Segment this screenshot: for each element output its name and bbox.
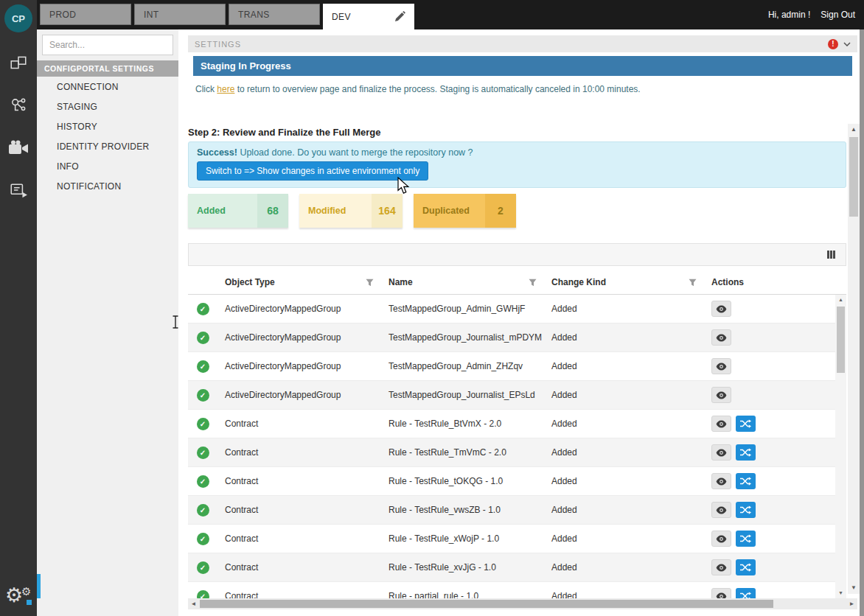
merge-success-alert: Success! Upload done. Do you want to mer…	[188, 141, 846, 188]
name-cell: Rule - TestRule_tOKQG - 1.0	[381, 476, 544, 486]
object-type-cell: ActiveDirectoryMappedGroup	[217, 304, 381, 314]
switch-view-button[interactable]: Switch to => Show changes in active envi…	[197, 161, 428, 181]
note-suffix: to return to overview page and finalize …	[234, 84, 640, 94]
success-check-icon	[197, 332, 209, 344]
actions-cell	[704, 502, 835, 518]
tab-dev[interactable]: DEV	[323, 4, 414, 29]
scrollbar-thumb[interactable]	[837, 307, 845, 373]
card-label: Modified	[299, 194, 372, 228]
view-button[interactable]	[711, 416, 731, 432]
compare-button[interactable]	[736, 416, 756, 432]
settings-gears-icon[interactable]	[5, 587, 33, 610]
table-row: Contract Rule - TestRule_tOKQG - 1.0 Add…	[188, 467, 835, 496]
scroll-right-arrow[interactable]	[846, 598, 857, 609]
card-label: Added	[188, 194, 257, 228]
sidebar-item-identity-provider[interactable]: IDENTITY PROVIDER	[37, 136, 178, 156]
filter-funnel-icon[interactable]	[529, 279, 537, 287]
name-cell: Rule - TestRule_xvJjG - 1.0	[381, 562, 544, 573]
row-status-cell	[188, 533, 217, 545]
main-vertical-scrollbar[interactable]	[848, 124, 860, 594]
eye-icon	[716, 449, 727, 457]
view-button[interactable]	[711, 502, 731, 518]
view-button[interactable]	[711, 473, 731, 489]
name-cell: Rule - TestRule_vwsZB - 1.0	[381, 505, 544, 515]
here-link[interactable]: here	[217, 84, 234, 94]
view-button[interactable]	[711, 301, 731, 317]
sidebar-item-connection[interactable]: CONNECTION	[37, 77, 178, 97]
scroll-down-arrow[interactable]	[848, 582, 860, 594]
card-value: 68	[257, 194, 288, 228]
scroll-up-arrow[interactable]	[848, 124, 860, 136]
chevron-down-icon[interactable]	[843, 42, 851, 46]
view-button[interactable]	[711, 444, 731, 461]
success-check-icon	[197, 303, 209, 315]
change-kind-cell: Added	[544, 505, 704, 515]
sidebar-item-staging[interactable]: STAGING	[37, 97, 178, 116]
view-button[interactable]	[711, 387, 731, 403]
eye-icon	[716, 535, 727, 543]
tab-trans[interactable]: TRANS	[229, 4, 320, 25]
scroll-left-arrow[interactable]	[188, 598, 199, 609]
search-input[interactable]	[42, 35, 173, 55]
view-button[interactable]	[711, 588, 731, 598]
change-kind-cell: Added	[544, 591, 704, 598]
tab-prod[interactable]: PROD	[40, 4, 131, 25]
sidebar-item-history[interactable]: HISTORY	[37, 116, 178, 136]
eye-icon	[716, 420, 727, 428]
column-chooser-icon[interactable]	[826, 250, 836, 259]
workflow-icon[interactable]	[7, 94, 29, 116]
scrollbar-thumb[interactable]	[849, 137, 858, 217]
summary-card-duplicated[interactable]: Duplicated 2	[414, 194, 516, 228]
filter-funnel-icon[interactable]	[366, 279, 374, 287]
view-button[interactable]	[711, 358, 731, 374]
app-logo[interactable]: CP	[4, 4, 32, 32]
compare-button[interactable]	[736, 531, 756, 547]
success-check-icon	[197, 590, 209, 599]
compare-icon	[740, 505, 751, 514]
app-sidebar: CP	[0, 0, 37, 616]
publish-icon[interactable]	[7, 180, 29, 202]
table-vertical-scrollbar[interactable]	[835, 295, 846, 598]
success-check-icon	[197, 418, 209, 430]
modules-icon[interactable]	[7, 52, 29, 74]
staging-banner: Staging In Progress	[193, 56, 852, 76]
sidebar-item-info[interactable]: INFO	[37, 156, 178, 176]
header-name[interactable]: Name	[381, 277, 544, 287]
scrollbar-thumb[interactable]	[200, 600, 773, 608]
filter-funnel-icon[interactable]	[689, 279, 697, 287]
name-cell: TestMappedGroup_Journalist_mPDYM	[381, 332, 544, 343]
row-status-cell	[188, 418, 217, 430]
compare-button[interactable]	[736, 444, 756, 461]
summary-card-added[interactable]: Added 68	[188, 194, 288, 228]
tab-int[interactable]: INT	[134, 4, 226, 25]
card-value: 164	[372, 194, 403, 228]
horizontal-scrollbar[interactable]	[188, 598, 857, 609]
header-change-kind[interactable]: Change Kind	[544, 277, 704, 287]
name-cell: TestMappedGroup_Admin_GWHjF	[381, 304, 544, 314]
change-kind-cell: Added	[544, 476, 704, 486]
compare-button[interactable]	[736, 559, 756, 575]
compare-button[interactable]	[736, 473, 756, 489]
compare-button[interactable]	[736, 588, 756, 598]
change-kind-cell: Added	[544, 332, 704, 343]
change-kind-cell: Added	[544, 447, 704, 458]
view-button[interactable]	[711, 531, 731, 547]
sign-out-link[interactable]: Sign Out	[821, 10, 855, 20]
view-button[interactable]	[711, 329, 731, 346]
success-check-icon	[197, 360, 209, 373]
sidebar-item-notification[interactable]: NOTIFICATION	[37, 176, 178, 196]
summary-card-modified[interactable]: Modified 164	[299, 194, 403, 228]
scroll-up-arrow[interactable]	[835, 295, 846, 305]
step-title: Step 2: Review and Finalize the Full Mer…	[188, 127, 381, 138]
video-camera-icon[interactable]	[7, 137, 29, 159]
view-button[interactable]	[711, 559, 731, 575]
compare-button[interactable]	[736, 502, 756, 518]
card-label: Duplicated	[414, 194, 485, 228]
header-actions: Actions	[704, 277, 846, 287]
actions-cell	[704, 358, 835, 374]
row-status-cell	[188, 360, 217, 373]
row-status-cell	[188, 447, 217, 459]
alert-message: Upload done. Do you want to merge the re…	[237, 147, 473, 158]
header-object-type[interactable]: Object Type	[217, 277, 381, 287]
scroll-down-arrow[interactable]	[835, 588, 846, 598]
